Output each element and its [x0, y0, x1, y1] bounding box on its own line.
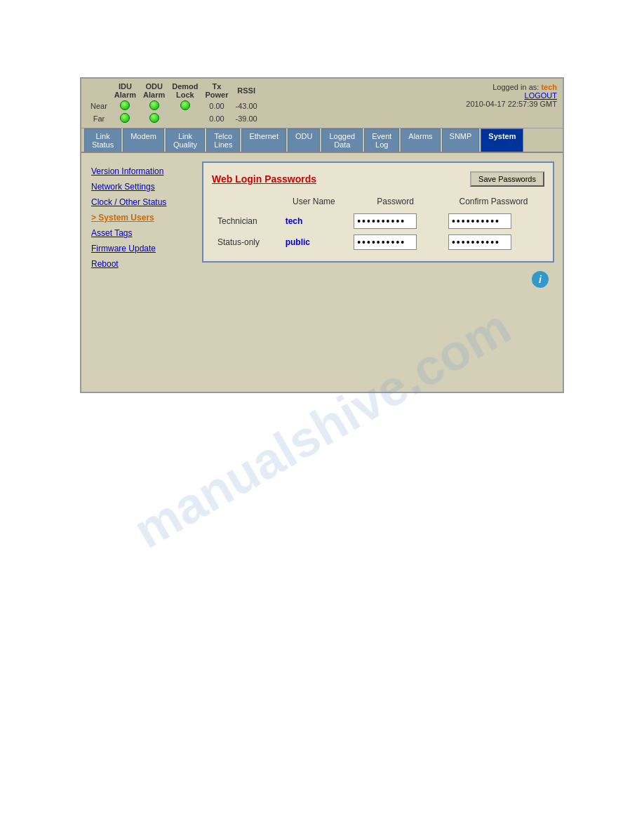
sidebar-item-clock-other[interactable]: Clock / Other Status: [87, 195, 199, 209]
near-rssi: -43.00: [232, 100, 261, 112]
sidebar-item-network-settings[interactable]: Network Settings: [87, 180, 199, 194]
col-role: [212, 195, 280, 211]
sidebar-item-system-users[interactable]: System Users: [87, 211, 199, 225]
far-idu-led: [111, 112, 140, 125]
technician-password[interactable]: ••••••••••: [348, 211, 443, 232]
sidebar-item-reboot[interactable]: Reboot: [87, 257, 199, 271]
near-label: Near: [87, 100, 111, 112]
col-rssi: RSSI: [232, 81, 261, 100]
logged-in-username: tech: [541, 83, 557, 91]
col-username-header: User Name: [280, 195, 349, 211]
info-icon[interactable]: i: [532, 271, 549, 288]
passwords-title: Web Login Passwords: [212, 173, 316, 185]
login-info: Logged in as: tech LOGOUT 2010-04-17 22:…: [466, 81, 557, 108]
main-container: IDUAlarm ODUAlarm DemodLock TxPower RSSI…: [80, 77, 564, 393]
tab-logged-data[interactable]: LoggedData: [321, 128, 363, 152]
near-odu-led: [140, 100, 168, 112]
table-row: Status-only public •••••••••• ••••••••••: [212, 232, 544, 253]
technician-password-field[interactable]: ••••••••••: [354, 213, 417, 229]
nav-tabs: LinkStatus Modem LinkQuality TelcoLines …: [81, 128, 563, 153]
content-area: Version Information Network Settings Clo…: [81, 153, 563, 392]
tab-alarms[interactable]: Alarms: [401, 128, 440, 152]
tab-odu[interactable]: ODU: [288, 128, 320, 152]
alarm-table: IDUAlarm ODUAlarm DemodLock TxPower RSSI…: [87, 81, 261, 125]
sidebar: Version Information Network Settings Clo…: [87, 159, 199, 386]
sidebar-item-asset-tags[interactable]: Asset Tags: [87, 226, 199, 240]
status-only-password[interactable]: ••••••••••: [348, 232, 443, 253]
near-demod-led: [168, 100, 201, 112]
status-only-confirm-field[interactable]: ••••••••••: [448, 234, 511, 250]
col-confirm-header: Confirm Password: [443, 195, 544, 211]
passwords-box: Web Login Passwords Save Passwords User …: [202, 161, 554, 263]
col-password-header: Password: [348, 195, 443, 211]
info-icon-container: i: [202, 265, 554, 293]
technician-username: tech: [280, 211, 349, 232]
tab-link-quality[interactable]: LinkQuality: [166, 128, 205, 152]
status-only-password-field[interactable]: ••••••••••: [354, 234, 417, 250]
passwords-header: Web Login Passwords Save Passwords: [212, 171, 544, 187]
status-bar: IDUAlarm ODUAlarm DemodLock TxPower RSSI…: [81, 79, 563, 128]
col-odu-alarm: ODUAlarm: [140, 81, 168, 100]
technician-confirm[interactable]: ••••••••••: [443, 211, 544, 232]
status-only-confirm[interactable]: ••••••••••: [443, 232, 544, 253]
far-demod-led: [168, 112, 201, 125]
col-demod-lock: DemodLock: [168, 81, 201, 100]
near-idu-led: [111, 100, 140, 112]
save-passwords-button[interactable]: Save Passwords: [470, 171, 544, 187]
far-tx-power: 0.00: [202, 112, 232, 125]
tab-snmp[interactable]: SNMP: [442, 128, 480, 152]
timestamp: 2010-04-17 22:57:39 GMT: [466, 100, 557, 108]
col-idu-alarm: IDUAlarm: [111, 81, 140, 100]
page-wrapper: IDUAlarm ODUAlarm DemodLock TxPower RSSI…: [0, 0, 644, 834]
tab-telco-lines[interactable]: TelcoLines: [206, 128, 240, 152]
tab-ethernet[interactable]: Ethernet: [241, 128, 286, 152]
status-only-username: public: [280, 232, 349, 253]
main-panel: Web Login Passwords Save Passwords User …: [199, 159, 557, 386]
table-row: Technician tech •••••••••• ••••••••••: [212, 211, 544, 232]
far-rssi: -39.00: [232, 112, 261, 125]
tab-modem[interactable]: Modem: [123, 128, 164, 152]
sidebar-item-firmware-update[interactable]: Firmware Update: [87, 241, 199, 256]
far-label: Far: [87, 112, 111, 125]
passwords-table: User Name Password Confirm Password Tech…: [212, 195, 544, 253]
status-only-role: Status-only: [212, 232, 280, 253]
technician-confirm-field[interactable]: ••••••••••: [448, 213, 511, 229]
logout-link[interactable]: LOGOUT: [525, 91, 557, 100]
logged-in-label: Logged in as:: [492, 83, 539, 91]
tab-event-log[interactable]: EventLog: [364, 128, 399, 152]
tab-link-status[interactable]: LinkStatus: [84, 128, 121, 152]
technician-role: Technician: [212, 211, 280, 232]
far-odu-led: [140, 112, 168, 125]
col-tx-power: TxPower: [202, 81, 232, 100]
col-empty: [87, 81, 111, 100]
near-tx-power: 0.00: [202, 100, 232, 112]
sidebar-item-version-info[interactable]: Version Information: [87, 164, 199, 178]
tab-system[interactable]: System: [481, 128, 523, 152]
